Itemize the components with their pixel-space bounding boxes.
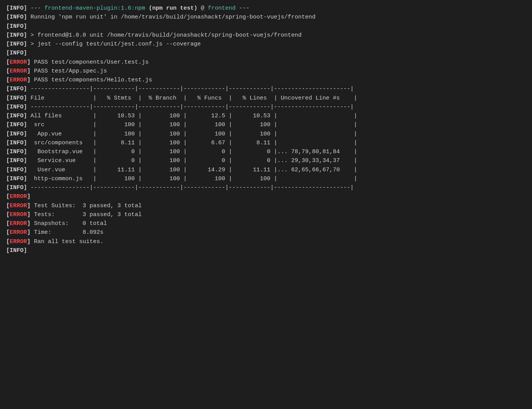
log-line: [INFO] > frontend@1.0.0 unit /home/travi…: [6, 31, 526, 40]
log-line: [ERROR] PASS test/components/Hello.test.…: [6, 76, 526, 85]
log-line: [ERROR] Ran all test suites.: [6, 237, 526, 246]
log-line: [INFO] src | 100 | 100 | 100 | 100 | |: [6, 120, 526, 129]
bracket-close: ]: [24, 4, 27, 13]
log-line: [INFO] src/components | 8.11 | 100 | 6.6…: [6, 139, 526, 147]
bracket-open: [: [6, 4, 10, 13]
terminal-output: [INFO] --- frontend-maven-plugin:1.6:npm…: [0, 0, 532, 259]
log-line: [ERROR] Tests: 3 passed, 3 total: [6, 210, 526, 219]
plugin-name: frontend-maven-plugin:1.6:npm: [44, 4, 145, 13]
log-line: [INFO] Running 'npm run unit' in /home/t…: [6, 13, 526, 22]
log-line: [ERROR] PASS test/App.spec.js: [6, 67, 526, 76]
log-line: [INFO] -----------------|------------|--…: [6, 183, 526, 192]
log-line: [INFO] User.vue | 11.11 | 100 | 14.29 | …: [6, 166, 526, 174]
log-line: [INFO]: [6, 22, 526, 31]
log-line: [INFO] Bootstrap.vue | 0 | 100 | 0 | 0 |…: [6, 147, 526, 156]
log-line: [ERROR] Time: 8.092s: [6, 228, 526, 237]
log-line: [INFO] -----------------|------------|--…: [6, 103, 526, 112]
log-line: [INFO] -----------------|------------|--…: [6, 85, 526, 93]
log-line: [ERROR] Test Suites: 3 passed, 3 total: [6, 201, 526, 210]
log-line: [INFO] All files | 10.53 | 100 | 12.5 | …: [6, 112, 526, 120]
log-line: [INFO] --- frontend-maven-plugin:1.6:npm…: [6, 4, 526, 13]
log-line: [INFO] App.vue | 100 | 100 | 100 | 100 |…: [6, 130, 526, 139]
module-name: frontend: [208, 4, 236, 13]
log-line: [ERROR] PASS test/components/User.test.j…: [6, 58, 526, 67]
log-line: [INFO]: [6, 49, 526, 57]
log-line: [INFO] Service.vue | 0 | 100 | 0 | 0 |..…: [6, 156, 526, 165]
info-tag: INFO: [10, 4, 24, 13]
log-line: [ERROR]: [6, 192, 526, 201]
log-line: [INFO]: [6, 246, 526, 255]
log-line: [INFO] http-common.js | 100 | 100 | 100 …: [6, 174, 526, 183]
log-line: [ERROR] Snapshots: 0 total: [6, 219, 526, 228]
log-line: [INFO] File | % Stmts | % Branch | % Fun…: [6, 94, 526, 103]
log-line: [INFO] > jest --config test/unit/jest.co…: [6, 40, 526, 49]
